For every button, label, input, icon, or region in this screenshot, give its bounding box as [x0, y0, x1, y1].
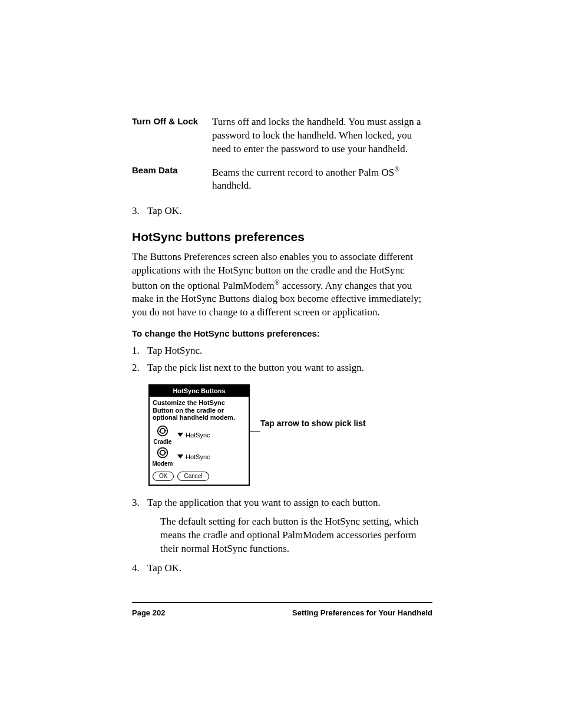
cradle-icon-block: Cradle [153, 425, 173, 446]
def-term-turn-off-lock: Turn Off & Lock [132, 116, 212, 164]
step-text: Tap HotSync. [147, 344, 432, 358]
step-text: Tap OK. [147, 205, 432, 218]
dialog-instruction: Customize the HotSync Button on the crad… [150, 397, 249, 424]
step-number: 1. [132, 344, 147, 358]
footer-section-title: Setting Preferences for Your Handheld [292, 608, 432, 618]
step-text: Tap the pick list next to the button you… [147, 361, 432, 375]
step-number: 2. [132, 361, 147, 375]
modem-label: Modem [153, 460, 173, 468]
section-heading-hotsync-buttons-preferences: HotSync buttons preferences [132, 229, 432, 245]
chevron-down-icon [177, 431, 186, 440]
svg-marker-7 [177, 454, 183, 459]
chevron-down-icon [177, 453, 186, 462]
step-4-tap-ok: 4. Tap OK. [132, 562, 432, 575]
cradle-picklist-value: HotSync [186, 431, 210, 440]
step-number: 4. [132, 562, 147, 575]
dialog-title: HotSync Buttons [150, 386, 249, 397]
step-2-tap-pick-list: 2. Tap the pick list next to the button … [132, 361, 432, 375]
def-desc-beam-data: Beams the current record to another Palm… [212, 164, 432, 202]
modem-picklist-value: HotSync [186, 453, 210, 462]
registered-mark: ® [275, 278, 280, 286]
page-footer: Page 202 Setting Preferences for Your Ha… [132, 602, 432, 618]
def-desc-turn-off-lock: Turns off and locks the handheld. You mu… [212, 116, 432, 164]
cradle-picklist[interactable]: HotSync [177, 431, 210, 440]
step-3-tap-ok-first: 3. Tap OK. [132, 205, 432, 218]
def-term-beam-data: Beam Data [132, 164, 212, 202]
step-3-sub-paragraph: The default setting for each button is t… [160, 515, 432, 556]
dialog-row-cradle: Cradle HotSync [150, 424, 249, 446]
registered-mark: ® [394, 165, 399, 173]
callout-leader-line [250, 431, 260, 432]
beam-data-text-post: handheld. [212, 180, 252, 191]
svg-marker-2 [158, 431, 160, 433]
callout-tap-arrow: Tap arrow to show pick list [260, 419, 366, 428]
dialog-button-row: OK Cancel [150, 468, 249, 485]
definition-list: Turn Off & Lock Turns off and locks the … [132, 116, 432, 201]
step-1-tap-hotsync: 1. Tap HotSync. [132, 344, 432, 358]
cradle-label: Cradle [153, 438, 171, 446]
page: Turn Off & Lock Turns off and locks the … [0, 0, 562, 728]
footer-page-number: Page 202 [132, 608, 165, 618]
hotsync-icon [157, 425, 168, 439]
step-text: Tap the application that you want to ass… [147, 496, 432, 510]
svg-marker-1 [165, 429, 167, 431]
step-3-tap-application: 3. Tap the application that you want to … [132, 496, 432, 510]
hotsync-dialog: HotSync Buttons Customize the HotSync Bu… [148, 384, 250, 485]
intro-paragraph: The Buttons Preferences screen also enab… [132, 251, 432, 319]
cancel-button[interactable]: Cancel [177, 472, 209, 481]
procedure-heading: To change the HotSync buttons preference… [132, 328, 432, 340]
modem-icon-block: Modem [153, 447, 173, 467]
ok-button[interactable]: OK [153, 472, 174, 481]
hotsync-icon [157, 447, 168, 461]
svg-marker-6 [158, 453, 160, 454]
beam-data-text-pre: Beams the current record to another Palm… [212, 166, 394, 177]
figure-hotsync-dialog: HotSync Buttons Customize the HotSync Bu… [148, 384, 432, 485]
modem-picklist[interactable]: HotSync [177, 453, 210, 462]
dialog-row-modem: Modem HotSync [150, 446, 249, 467]
step-number: 3. [132, 496, 147, 510]
step-number: 3. [132, 205, 147, 218]
step-text: Tap OK. [147, 562, 432, 575]
callout-text: Tap arrow to show pick list [260, 419, 366, 428]
svg-marker-5 [165, 452, 167, 453]
svg-marker-3 [177, 433, 183, 437]
